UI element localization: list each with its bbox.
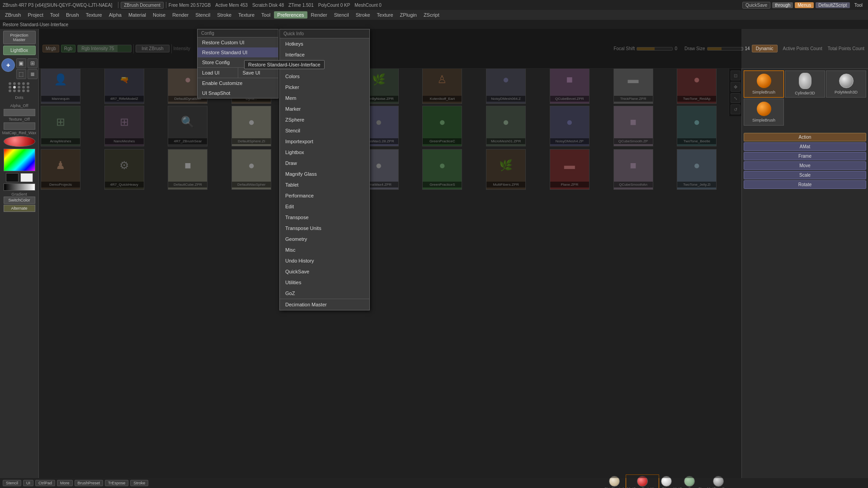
pref-lightbox[interactable]: Lightbox (280, 147, 369, 158)
thumb-qcubesa[interactable]: ■ QCubeSmoothAn (613, 149, 653, 190)
ui-btn[interactable]: UI (23, 480, 33, 486)
thumb-rifle[interactable]: 🔫 4R7_RifleModelZ (104, 63, 144, 104)
pref-interface[interactable]: Interface (280, 49, 369, 60)
pref-zsphere[interactable]: ZSphere (280, 114, 369, 125)
pref-transpose-units[interactable]: Transpose Units (280, 223, 369, 234)
rotate-btn[interactable]: ↺ (731, 104, 741, 114)
thumb-greens[interactable]: ● GreenPracticeS (422, 149, 462, 190)
pref-goz[interactable]: GoZ (280, 288, 369, 299)
menus-btn[interactable]: Menus (795, 2, 814, 8)
init-zbrush-btn[interactable]: Init ZBrush (136, 45, 169, 52)
pref-undo-history[interactable]: Undo History (280, 255, 369, 266)
quicksave-btn[interactable]: QuickSave (742, 2, 770, 9)
thumb-zbrushsear[interactable]: 🔍 4R7_ZBrushSear (168, 106, 208, 146)
pref-picker[interactable]: Picker (280, 82, 369, 93)
pref-importexport[interactable]: Importexport (280, 136, 369, 147)
pref-decimation[interactable]: Decimation Master (280, 299, 369, 310)
background-color[interactable] (20, 173, 33, 182)
pref-quicksave[interactable]: QuickSave (280, 266, 369, 277)
save-ui-btn[interactable]: Save UI (238, 68, 278, 78)
matcap-greenclay[interactable]: MatCap_GreenClay (674, 476, 706, 488)
thumb-plane[interactable]: ▬ Plane.ZPR (550, 149, 590, 190)
scale-btn[interactable]: ⤡ (731, 93, 741, 103)
tool-icon-3[interactable]: ⊞ (28, 58, 38, 68)
stencil-btn[interactable]: Stencil (3, 480, 21, 486)
thumb-quickheavy[interactable]: ⚙ 4R7_QuickHeavy (104, 149, 144, 190)
switch-color-btn[interactable]: SwitchColor (4, 197, 35, 204)
matcap-blinn[interactable]: Blinn (661, 476, 672, 488)
thumb-noisy4[interactable]: ● NoisyDMesh4.ZP (550, 106, 590, 146)
texture-swatch[interactable] (4, 122, 35, 130)
pref-interface-ui[interactable]: Interface UI (280, 60, 369, 71)
brushpreset-btn[interactable]: BrushPreset (75, 480, 104, 486)
trexpose-btn[interactable]: TrEspose (105, 480, 128, 486)
thumb-qcube[interactable]: ■ QCubeBevel.ZPR (550, 63, 590, 104)
rgb-btn[interactable]: Rgb (61, 45, 75, 52)
menu-zbrush[interactable]: ZBrush (2, 11, 24, 19)
alpha-swatch[interactable] (4, 109, 35, 116)
thumb-greenc[interactable]: ● GreenPracticeC (422, 106, 462, 146)
frame-btn2[interactable]: Frame (744, 152, 866, 160)
thumb-twotone[interactable]: ● TwoTone_RedAp (677, 63, 717, 104)
menu-noise[interactable]: Noise (150, 11, 169, 19)
menu-zscript[interactable]: ZScript (420, 11, 443, 19)
menu-render2[interactable]: Render (308, 11, 330, 19)
tool-icon-4[interactable]: ≣ (28, 69, 38, 79)
pref-colors[interactable]: Colors (280, 71, 369, 82)
menu-stencil2[interactable]: Stencil (331, 11, 352, 19)
thumb-mannequin[interactable]: 👤 Mannequin (41, 63, 80, 104)
pref-hotkeys[interactable]: Hotkeys (280, 38, 369, 49)
more-btn[interactable]: More (57, 480, 73, 486)
default-z-btn[interactable]: DefaultZScript (816, 2, 849, 8)
pref-misc[interactable]: Misc (280, 244, 369, 255)
pref-mem[interactable]: Mem (280, 93, 369, 103)
pref-tablet[interactable]: Tablet (280, 179, 369, 190)
menu-texture[interactable]: Texture (83, 11, 105, 19)
pref-draw[interactable]: Draw (280, 158, 369, 169)
menu-stroke2[interactable]: Stroke (353, 11, 373, 19)
lightbox-btn[interactable]: LightBox (3, 46, 36, 55)
dynamic-btn[interactable]: Dynamic (752, 45, 778, 52)
pref-marker[interactable]: Marker (280, 103, 369, 114)
alternate-btn[interactable]: Alternate (4, 205, 35, 212)
pref-utilities[interactable]: Utilities (280, 277, 369, 288)
tool-cylinder3d[interactable]: Cylinder3D (785, 70, 825, 98)
move-btn2[interactable]: Move (744, 161, 866, 170)
menu-texture2[interactable]: Texture (235, 11, 258, 19)
thumb-multifire[interactable]: 🌿 MultiFibers.ZPR (486, 149, 526, 190)
thumb-defcube[interactable]: ■ DefaultCube.ZPR (168, 149, 208, 190)
menu-tool2[interactable]: Tool (258, 11, 274, 19)
pref-magnify[interactable]: Magnify Glass (280, 169, 369, 179)
thumb-arraymesh[interactable]: ⊞ ArrayMeshes (41, 106, 80, 146)
enable-customize-btn[interactable]: Enable Customize (198, 78, 278, 88)
ui-snapshot-btn[interactable]: UI SnapShot (198, 88, 278, 98)
menu-material[interactable]: Material (125, 11, 149, 19)
rotate-btn2[interactable]: Rotate (744, 180, 866, 189)
restore-custom-ui-btn[interactable]: Restore Custom UI (198, 38, 278, 47)
thumb-demoproj[interactable]: ♟ DemoProjects (41, 149, 80, 190)
menu-render[interactable]: Render (169, 11, 192, 19)
thumb-thick[interactable]: ▬ ThickPlane.ZPR (613, 63, 653, 104)
draw-size-slider[interactable] (707, 47, 743, 51)
tool-simplebrush[interactable]: SimpleBrush (744, 70, 784, 98)
foreground-color[interactable] (6, 173, 19, 182)
menu-project[interactable]: Project (24, 11, 46, 19)
thumb-twotonej[interactable]: ● TwoTone_Jelly.Zl (677, 149, 717, 190)
zbrush-doc-btn[interactable]: ZBrush Document (121, 2, 164, 9)
thumb-beetle[interactable]: ● TwoTone_Beetle (677, 106, 717, 146)
store-config-btn[interactable]: Store Config ▶ (198, 57, 278, 67)
thumb-noisy[interactable]: ● NoisyDMesh064.Z (486, 63, 526, 104)
projection-master-btn[interactable]: ProjectionMaster (3, 31, 36, 44)
amat-btn[interactable]: AMat (744, 142, 866, 151)
pref-geometry[interactable]: Geometry (280, 234, 369, 244)
mrgb-btn[interactable]: Mrgb (42, 45, 59, 52)
load-ui-btn[interactable]: Load UI (198, 68, 238, 78)
scale-btn2[interactable]: Scale (744, 171, 866, 179)
thumb-defwax[interactable]: ● DefaultWaxSpher (231, 149, 271, 190)
menu-preferences[interactable]: Preferences (274, 11, 307, 19)
stroke-btn[interactable]: Stroke (130, 480, 148, 486)
thumb-nanomesh[interactable]: ⊞ NanoMeshes (104, 106, 144, 146)
pref-stencil[interactable]: Stencil (280, 125, 369, 136)
matcap-skinshade4[interactable]: SkinShade4 (604, 476, 624, 488)
tool-icon-2[interactable]: ⬚ (16, 69, 26, 79)
